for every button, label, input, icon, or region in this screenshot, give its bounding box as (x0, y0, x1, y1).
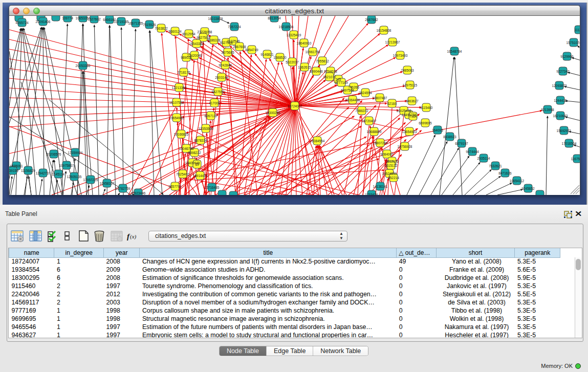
svg-text:19166825: 19166825 (174, 133, 189, 136)
svg-text:1621072: 1621072 (323, 75, 336, 79)
svg-text:13325419: 13325419 (287, 33, 301, 37)
svg-text:8813054: 8813054 (268, 16, 281, 20)
svg-text:6879197: 6879197 (455, 142, 468, 145)
svg-text:9777169: 9777169 (335, 81, 348, 84)
svg-text:2718176: 2718176 (177, 71, 190, 74)
svg-text:13654923: 13654923 (402, 130, 417, 134)
svg-text:16548784: 16548784 (447, 50, 462, 53)
svg-text:9245652: 9245652 (521, 187, 535, 190)
svg-text:7964: 7964 (409, 115, 417, 118)
svg-text:989016: 989016 (181, 56, 192, 59)
svg-text:18724007: 18724007 (288, 104, 302, 108)
svg-text:8660124: 8660124 (168, 30, 182, 33)
svg-text:1588520: 1588520 (273, 56, 287, 59)
svg-text:14136141: 14136141 (373, 185, 388, 188)
svg-text:19384554: 19384554 (310, 139, 325, 143)
svg-text:16154808: 16154808 (377, 29, 391, 32)
svg-text:1612076: 1612076 (385, 160, 399, 163)
svg-text:2687682: 2687682 (365, 18, 378, 21)
svg-text:417006: 417006 (209, 101, 220, 105)
svg-text:8938923: 8938923 (443, 135, 456, 139)
svg-text:12353594: 12353594 (199, 127, 213, 130)
svg-text:1435061: 1435061 (10, 164, 23, 168)
svg-text:16782759: 16782759 (116, 187, 130, 190)
svg-text:17957225: 17957225 (83, 178, 98, 182)
svg-text:6497568: 6497568 (341, 89, 354, 92)
svg-text:9129966: 9129966 (560, 55, 574, 58)
svg-text:1145114: 1145114 (52, 172, 65, 176)
svg-text:8186328: 8186328 (207, 38, 221, 42)
svg-text:7632621: 7632621 (489, 164, 502, 168)
svg-text:15720407: 15720407 (362, 119, 377, 123)
svg-text:1167533: 1167533 (571, 157, 580, 161)
svg-text:19756928: 19756928 (398, 145, 412, 148)
svg-text:1527602: 1527602 (88, 17, 101, 21)
svg-text:7357224: 7357224 (228, 25, 241, 29)
svg-text:18807249: 18807249 (373, 141, 388, 145)
svg-text:11123: 11123 (574, 28, 580, 32)
svg-text:10961758: 10961758 (306, 50, 320, 54)
svg-text:15751074: 15751074 (567, 41, 580, 45)
svg-text:18300295: 18300295 (266, 111, 280, 115)
svg-text:239159: 239159 (9, 169, 18, 172)
svg-text:9146821: 9146821 (260, 53, 274, 56)
svg-text:16210643: 16210643 (553, 114, 568, 118)
svg-text:16107552: 16107552 (169, 101, 184, 104)
svg-text:9115460: 9115460 (420, 106, 433, 110)
svg-text:10025438: 10025438 (397, 109, 411, 113)
svg-text:109774: 109774 (62, 16, 73, 20)
svg-text:12923446: 12923446 (131, 191, 146, 195)
svg-text:23226058: 23226058 (198, 30, 212, 34)
svg-text:12213967: 12213967 (385, 40, 400, 44)
svg-text:8990448: 8990448 (310, 70, 323, 73)
svg-text:12213369: 12213369 (172, 86, 187, 90)
svg-text:12093873: 12093873 (552, 84, 567, 87)
svg-text:20053346: 20053346 (76, 64, 91, 68)
svg-text:16543382: 16543382 (189, 42, 204, 46)
svg-text:15716485: 15716485 (205, 186, 220, 189)
svg-text:2935114: 2935114 (477, 157, 490, 160)
svg-text:7986372: 7986372 (355, 109, 368, 113)
svg-text:7955812: 7955812 (316, 59, 329, 63)
svg-text:19654982: 19654982 (169, 116, 184, 120)
svg-text:20364436: 20364436 (345, 98, 360, 102)
svg-text:7663822: 7663822 (155, 27, 168, 30)
svg-text:(x): (x) (130, 233, 137, 240)
svg-text:8454749: 8454749 (245, 48, 258, 52)
svg-text:252214: 252214 (388, 176, 399, 180)
svg-text:10807487: 10807487 (373, 96, 387, 100)
svg-text:3675685: 3675685 (221, 51, 234, 54)
svg-text:17359924: 17359924 (68, 151, 83, 155)
svg-text:7485063: 7485063 (401, 69, 414, 72)
svg-text:2603144: 2603144 (215, 76, 228, 79)
svg-text:9242848: 9242848 (219, 63, 232, 67)
svg-text:7625402: 7625402 (176, 172, 189, 176)
svg-text:5322037: 5322037 (286, 60, 299, 64)
svg-text:7515526: 7515526 (143, 23, 156, 27)
svg-text:10688609: 10688609 (367, 130, 382, 134)
svg-text:10973493: 10973493 (393, 54, 408, 57)
svg-text:9498222: 9498222 (188, 151, 201, 155)
svg-text:8213958: 8213958 (541, 108, 554, 112)
svg-text:8878334: 8878334 (194, 139, 207, 142)
svg-text:19218506: 19218506 (279, 25, 294, 29)
svg-text:20206576: 20206576 (47, 152, 61, 156)
svg-text:17016504: 17016504 (562, 142, 577, 145)
svg-text:11156829: 11156829 (21, 169, 35, 172)
svg-text:16914479: 16914479 (193, 174, 208, 178)
svg-text:1244415: 1244415 (554, 99, 567, 102)
svg-text:62160: 62160 (387, 102, 397, 105)
svg-text:12505135: 12505135 (67, 175, 82, 179)
svg-text:1362615: 1362615 (298, 65, 311, 69)
svg-text:3824554: 3824554 (359, 91, 372, 95)
svg-text:12975115: 12975115 (403, 83, 418, 87)
svg-text:8267110: 8267110 (205, 114, 217, 118)
svg-text:8427552: 8427552 (211, 90, 225, 94)
svg-text:10719185: 10719185 (114, 20, 129, 24)
svg-text:4055724: 4055724 (15, 21, 29, 25)
svg-text:1615132: 1615132 (384, 164, 398, 167)
svg-text:16671355: 16671355 (128, 21, 143, 25)
svg-text:9474444: 9474444 (466, 150, 479, 154)
svg-text:2867608: 2867608 (233, 45, 246, 49)
svg-text:164095: 164095 (432, 128, 443, 132)
